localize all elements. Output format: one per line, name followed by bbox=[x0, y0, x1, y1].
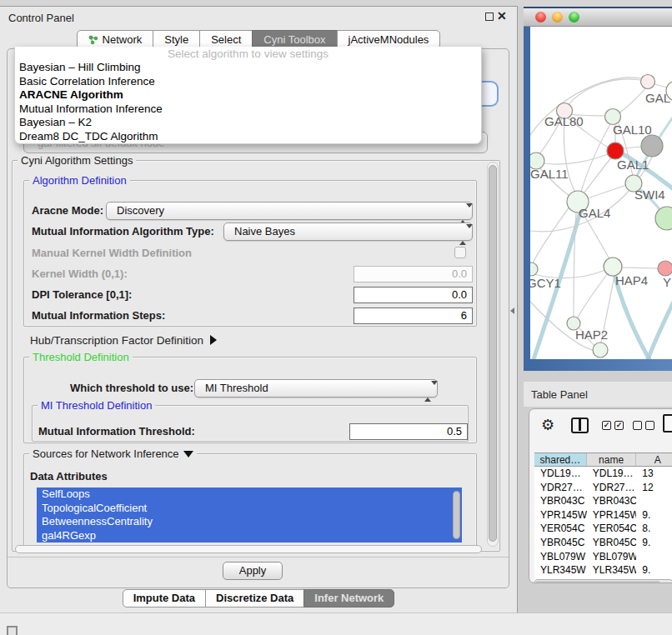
network-window-titlebar[interactable] bbox=[524, 8, 672, 27]
column-header-shared[interactable]: shared… bbox=[534, 453, 587, 466]
node-table: shared…nameA YDL19…YDL19…13YDR27…YDR27…1… bbox=[534, 452, 672, 583]
source-item-topologicalcoefficient[interactable]: TopologicalCoefficient bbox=[37, 502, 462, 516]
table-cell: 8. bbox=[636, 522, 672, 536]
top-strip bbox=[0, 0, 672, 7]
select-all-checkbox-icon[interactable]: ✓ bbox=[614, 421, 624, 430]
panel-collapse-grip[interactable] bbox=[510, 308, 514, 314]
mi-threshold-label: Mutual Information Threshold: bbox=[38, 425, 195, 438]
settings-scrollbar-thumb[interactable] bbox=[489, 165, 497, 542]
network-node[interactable] bbox=[658, 261, 672, 276]
network-node[interactable] bbox=[593, 342, 608, 358]
algorithm-option-bayesian-k2[interactable]: Bayesian – K2 bbox=[15, 116, 481, 130]
zoom-window-icon[interactable] bbox=[569, 12, 579, 22]
node-label-gal80: GAL80 bbox=[544, 114, 584, 128]
algorithm-option-dream8-dc-tdc-algorithm[interactable]: Dream8 DC_TDC Algorithm bbox=[15, 130, 481, 144]
algorithm-option-aracne-algorithm[interactable]: ARACNE Algorithm bbox=[15, 88, 481, 102]
collapse-down-icon bbox=[183, 451, 193, 458]
stepper-icon bbox=[459, 206, 466, 222]
network-node[interactable] bbox=[641, 135, 663, 157]
node-label-gal4: GAL4 bbox=[579, 206, 610, 220]
table-row[interactable]: YBR043CYBR043C bbox=[534, 494, 672, 508]
table-header-row: shared…nameA bbox=[534, 452, 672, 467]
network-canvas[interactable]: GALGAL80GAL10GAL1GAL11SWI4GAL4GCY1HAP4YH… bbox=[530, 27, 672, 359]
docked-panel-icon[interactable] bbox=[7, 626, 18, 635]
manual-kernel-checkbox[interactable] bbox=[454, 247, 466, 258]
table-horizontal-scrollbar[interactable] bbox=[534, 579, 672, 583]
node-label-hap2: HAP2 bbox=[575, 328, 608, 342]
algorithm-option-basic-correlation-inference[interactable]: Basic Correlation Inference bbox=[15, 75, 481, 89]
hub-tf-definition-label: Hub/Transcription Factor Definition bbox=[30, 334, 203, 347]
mi-threshold-field[interactable]: 0.5 bbox=[349, 423, 468, 440]
table-row[interactable]: YDL19…YDL19…13 bbox=[534, 467, 672, 481]
kernel-width-field[interactable]: 0.0 bbox=[354, 266, 473, 282]
inference-algorithm-combo-fragment[interactable] bbox=[482, 81, 499, 107]
minimize-window-icon[interactable] bbox=[552, 12, 563, 22]
table-cell: YLR345W bbox=[587, 563, 636, 578]
bottom-tab-discretize-data[interactable]: Discretize Data bbox=[205, 589, 304, 608]
table-cell: 12 bbox=[636, 481, 672, 495]
network-node[interactable] bbox=[641, 75, 655, 89]
document-icon[interactable] bbox=[663, 414, 672, 432]
mi-type-label: Mutual Information Algorithm Type: bbox=[32, 225, 214, 238]
source-item-gal4rgexp[interactable]: gal4RGexp bbox=[37, 529, 462, 543]
select-all-checkbox-icon[interactable]: ✓ bbox=[602, 421, 611, 430]
mi-type-combo[interactable]: Naive Bayes bbox=[223, 222, 473, 241]
data-attributes-list: SelfLoopsTopologicalCoefficientBetweenne… bbox=[37, 488, 462, 542]
network-edge bbox=[617, 85, 648, 115]
column-header-a[interactable]: A bbox=[636, 453, 672, 466]
gear-icon[interactable]: ⚙ bbox=[541, 416, 554, 434]
network-node[interactable] bbox=[607, 142, 624, 159]
deselect-all-checkbox-icon[interactable] bbox=[633, 421, 642, 430]
source-item-betweennesscentrality[interactable]: BetweennessCentrality bbox=[37, 515, 462, 529]
algorithm-option-bayesian-hill-climbing[interactable]: Bayesian – Hill Climbing bbox=[15, 61, 481, 75]
float-panel-icon[interactable] bbox=[485, 12, 494, 21]
table-row[interactable]: YER054CYER054C8. bbox=[534, 522, 672, 536]
stepper-icon bbox=[459, 227, 466, 243]
algorithm-option-mutual-information-inference[interactable]: Mutual Information Inference bbox=[15, 102, 481, 117]
table-scrollbar-thumb[interactable] bbox=[535, 581, 660, 583]
table-cell: 9. bbox=[636, 508, 672, 522]
table-cell: YDL19… bbox=[587, 467, 636, 481]
bottom-tab-impute-data[interactable]: Impute Data bbox=[123, 589, 206, 608]
network-node[interactable] bbox=[530, 262, 538, 276]
table-row[interactable]: YPR145WYPR145W9. bbox=[534, 508, 672, 522]
close-window-icon[interactable] bbox=[535, 12, 546, 22]
which-threshold-combo[interactable]: MI Threshold bbox=[194, 379, 438, 398]
deselect-all-checkbox-icon[interactable] bbox=[645, 421, 654, 430]
mi-steps-field[interactable]: 6 bbox=[354, 308, 473, 324]
panel-title: Control Panel bbox=[8, 12, 74, 24]
node-label-gal10: GAL10 bbox=[613, 122, 652, 137]
settings-scrollbar[interactable] bbox=[487, 162, 499, 547]
aracne-mode-combo[interactable]: Discovery bbox=[106, 202, 473, 220]
network-edge bbox=[533, 207, 569, 263]
mi-steps-label: Mutual Information Steps: bbox=[32, 309, 165, 322]
node-label-hap4: HAP4 bbox=[615, 273, 648, 288]
table-cell: YBR045C bbox=[534, 536, 587, 550]
table-cell: YBL079W bbox=[534, 550, 587, 564]
source-item-selfloops[interactable]: SelfLoops bbox=[37, 488, 462, 502]
bottom-tab-infer-network[interactable]: Infer Network bbox=[303, 589, 394, 608]
settings-horizontal-scrollbar[interactable] bbox=[15, 545, 482, 553]
sources-expander[interactable]: Sources for Network Inference bbox=[29, 448, 197, 460]
close-panel-icon[interactable]: ✕ bbox=[497, 9, 507, 22]
divider bbox=[8, 557, 509, 558]
table-row[interactable]: YBL079WYBL079W bbox=[534, 550, 672, 564]
network-node[interactable] bbox=[655, 207, 672, 230]
table-body: YDL19…YDL19…13YDR27…YDR27…12YBR043CYBR04… bbox=[534, 467, 672, 583]
algorithm-dropdown-prompt: Select algorithm to view settings bbox=[15, 47, 481, 61]
table-panel-header: Table Panel bbox=[524, 382, 672, 407]
dpi-tolerance-field[interactable]: 0.0 bbox=[354, 287, 473, 303]
table-row[interactable]: YBR045CYBR045C9. bbox=[534, 536, 672, 550]
attributes-list-scrollbar-thumb[interactable] bbox=[453, 491, 460, 539]
mi-type-value: Naive Bayes bbox=[234, 225, 295, 238]
cyni-algorithm-settings-title: Cyni Algorithm Settings bbox=[18, 154, 136, 167]
network-edge bbox=[564, 118, 576, 193]
apply-button[interactable]: Apply bbox=[223, 562, 283, 580]
column-header-name[interactable]: name bbox=[587, 453, 636, 466]
table-row[interactable]: YLR345WYLR345W9. bbox=[534, 563, 672, 578]
split-columns-icon[interactable] bbox=[571, 418, 589, 433]
table-row[interactable]: YDR27…YDR27…12 bbox=[534, 481, 672, 495]
hub-tf-definition-expander[interactable]: Hub/Transcription Factor Definition bbox=[30, 334, 217, 347]
node-label-gcy1: GCY1 bbox=[530, 276, 561, 290]
table-cell: YER054C bbox=[534, 522, 587, 536]
